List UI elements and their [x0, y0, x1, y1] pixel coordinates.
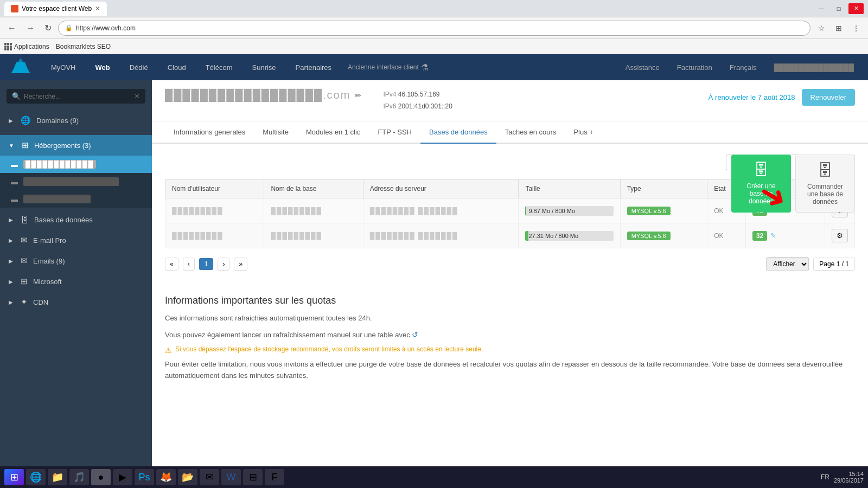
back-button[interactable]: ←	[4, 21, 20, 35]
info-section: Informations importantes sur les quotas …	[152, 286, 868, 399]
nav-assistance[interactable]: Assistance	[622, 61, 663, 74]
refresh-icon[interactable]: ↺	[412, 330, 418, 339]
server-icon-3: ▬	[11, 195, 18, 203]
page-first-btn[interactable]: «	[165, 258, 178, 271]
page-last-btn[interactable]: »	[234, 258, 247, 271]
backup-edit-icon-2[interactable]: ✎	[770, 232, 776, 240]
ovh-logo[interactable]	[11, 58, 30, 76]
renew-button[interactable]: Renouveler	[802, 89, 856, 106]
sidebar-subitem-hosting-3[interactable]: ▬ ███████████	[0, 190, 152, 208]
sidebar-search[interactable]: 🔍 ✕	[7, 89, 145, 104]
edit-domain-icon[interactable]: ✏	[355, 91, 361, 100]
extensions-icon[interactable]: ⊞	[831, 21, 846, 36]
ssl-icon: 🔒	[65, 24, 73, 31]
sidebar-subitem-hosting-2[interactable]: ▬ ████████████████	[0, 173, 152, 190]
sidebar-emailpro-label: E-mail Pro	[33, 236, 66, 245]
tab-modules[interactable]: Modules en 1 clic	[297, 121, 369, 144]
sidebar-item-microsoft[interactable]: ▶ ⊞ Microsoft	[0, 271, 152, 292]
nav-user[interactable]: ████████████████	[771, 61, 857, 74]
bookmarklets-seo[interactable]: Bookmarklets SEO	[56, 43, 111, 50]
sidebar: 🔍 ✕ ▶ 🌐 Domaines (9) ▼ ⊞ Hébergements (3…	[0, 80, 152, 466]
address-bar[interactable]: 🔒 https://www.ovh.com	[58, 21, 810, 36]
col-size: Taille	[519, 179, 620, 198]
cdn-icon: ✦	[21, 297, 28, 307]
info-warning-text: Si vous dépassez l'espace de stockage re…	[175, 345, 483, 353]
browser-toolbar: ← → ↻ 🔒 https://www.ovh.com ☆ ⊞ ⋮	[0, 17, 868, 39]
taskbar-ie[interactable]: 🌐	[26, 469, 46, 485]
page-prev-btn[interactable]: ‹	[183, 258, 195, 271]
sidebar-hebergements-section: ▼ ⊞ Hébergements (3) ▬ ████████████ ▬ ██…	[0, 133, 152, 210]
page-info-right: Afficher Page 1 / 1	[766, 257, 855, 271]
reload-button[interactable]: ↻	[41, 21, 55, 35]
bookmarks-bar: Applications Bookmarklets SEO	[0, 39, 868, 54]
nav-telecom[interactable]: Télécom	[202, 61, 236, 74]
chevron-down-icon: ▼	[9, 143, 14, 149]
domain-ip-block: IPv4 46.105.57.169 IPv6 2001:41d0:301::2…	[383, 89, 452, 112]
menu-icon[interactable]: ⋮	[848, 21, 864, 36]
tab-taches[interactable]: Taches en cours	[496, 121, 565, 144]
start-button[interactable]: ⊞	[4, 469, 24, 485]
minimize-btn[interactable]: ─	[814, 3, 829, 14]
taskbar-media[interactable]: 🎵	[69, 469, 89, 485]
forward-button[interactable]: →	[23, 21, 38, 35]
chevron-right-icon-db: ▶	[9, 217, 13, 223]
cell-gear-2: ⚙	[825, 223, 855, 248]
nav-sunrise[interactable]: Sunrise	[249, 61, 279, 74]
taskbar-chrome[interactable]: ●	[91, 469, 111, 485]
star-icon[interactable]: ☆	[814, 21, 829, 36]
browser-tab[interactable]: Votre espace client Web ✕	[4, 2, 107, 16]
sidebar-subitem-hosting-1[interactable]: ▬ ████████████	[0, 156, 152, 173]
nav-langue[interactable]: Français	[726, 61, 760, 74]
cell-size-2: 27.31 Mo / 800 Mo	[519, 223, 620, 248]
nav-myovh[interactable]: MyOVH	[48, 61, 79, 74]
search-clear-icon[interactable]: ✕	[134, 92, 140, 100]
sidebar-item-bases[interactable]: ▶ 🗄 Bases de données	[0, 210, 152, 230]
taskbar-word[interactable]: W	[221, 469, 241, 485]
close-btn[interactable]: ✕	[848, 3, 864, 14]
order-db-button[interactable]: 🗄 Commander une base de données	[795, 155, 855, 213]
taskbar-app2[interactable]: ⊞	[243, 469, 263, 485]
taskbar-video[interactable]: ▶	[113, 469, 132, 485]
taskbar-files[interactable]: 📂	[178, 469, 197, 485]
info-line1: Ces informations sont rafraichies automa…	[165, 313, 855, 324]
taskbar-firefox[interactable]: 🦊	[156, 469, 176, 485]
sidebar-cdn-label: CDN	[33, 298, 48, 306]
page-next-btn[interactable]: ›	[218, 258, 229, 271]
sidebar-item-hebergements[interactable]: ▼ ⊞ Hébergements (3)	[0, 135, 152, 156]
backup-count-2: 32	[752, 231, 767, 241]
taskbar-ftp[interactable]: F	[265, 469, 284, 485]
tab-ftp[interactable]: FTP - SSH	[369, 121, 420, 144]
nav-dedie[interactable]: Dédié	[126, 61, 151, 74]
maximize-btn[interactable]: □	[831, 3, 846, 14]
tab-plus[interactable]: Plus +	[565, 121, 602, 144]
old-interface-link[interactable]: Ancienne interface client ⚗	[348, 62, 429, 73]
page-info-text: Page 1 / 1	[813, 258, 855, 271]
apps-label: Applications	[14, 43, 49, 50]
apps-bookmark[interactable]: Applications	[4, 43, 49, 50]
ovh-header: MyOVH Web Dédié Cloud Télécom Sunrise Pa…	[0, 54, 868, 80]
tab-informations[interactable]: Informations generales	[165, 121, 254, 144]
tab-bases[interactable]: Bases de données	[420, 121, 496, 144]
sidebar-item-cdn[interactable]: ▶ ✦ CDN	[0, 292, 152, 312]
gear-button-2[interactable]: ⚙	[832, 229, 848, 242]
sidebar-item-emailpro[interactable]: ▶ ✉ E-mail Pro	[0, 230, 152, 251]
create-db-button[interactable]: 🗄 Créer une base de données	[731, 155, 791, 213]
taskbar-ps[interactable]: Ps	[135, 469, 154, 485]
nav-facturation[interactable]: Facturation	[674, 61, 716, 74]
tab-multisite[interactable]: Multisite	[254, 121, 297, 144]
nav-cloud[interactable]: Cloud	[164, 61, 189, 74]
search-input[interactable]	[24, 93, 131, 100]
nav-partenaires[interactable]: Partenaires	[292, 61, 335, 74]
database-icon: 🗄	[21, 215, 29, 224]
sidebar-domaines-label: Domaines (9)	[36, 117, 79, 125]
sidebar-item-emails[interactable]: ▶ ✉ Emails (9)	[0, 251, 152, 271]
taskbar-explorer[interactable]: 📁	[48, 469, 67, 485]
sidebar-item-domaines[interactable]: ▶ 🌐 Domaines (9)	[0, 110, 152, 131]
taskbar-mail[interactable]: ✉	[200, 469, 219, 485]
ipv4-value: 46.105.57.169	[398, 91, 440, 98]
tab-close-btn[interactable]: ✕	[95, 5, 100, 12]
nav-web[interactable]: Web	[92, 61, 113, 74]
emails-icon: ✉	[21, 256, 28, 266]
afficher-select[interactable]: Afficher	[766, 257, 809, 271]
cell-size-1: 9.87 Mo / 800 Mo	[519, 198, 620, 223]
